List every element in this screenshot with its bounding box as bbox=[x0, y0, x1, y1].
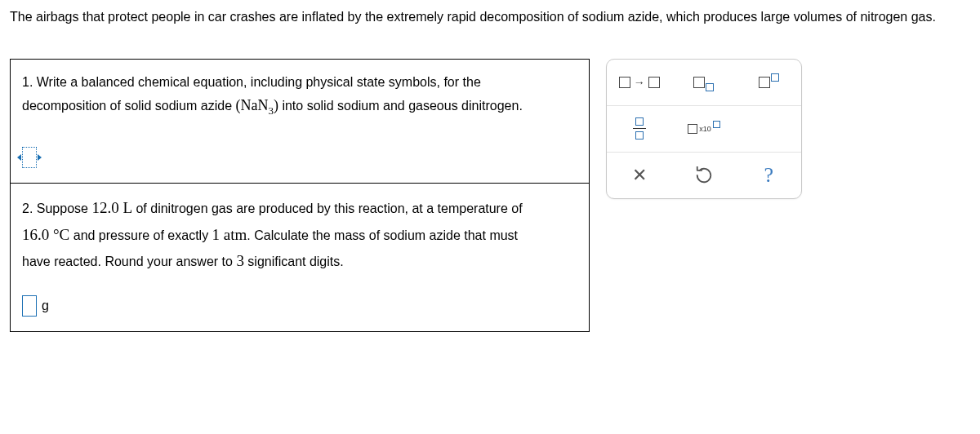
question-1: 1. Write a balanced chemical equation, i… bbox=[11, 60, 589, 184]
tool-fraction[interactable] bbox=[607, 106, 671, 152]
q1-line2b: into solid sodium and gaseous dinitrogen… bbox=[278, 99, 523, 113]
q2-t6: significant digits. bbox=[244, 255, 344, 268]
q1-line2a: decomposition of solid sodium azide bbox=[22, 99, 235, 113]
tool-reaction-arrow[interactable]: → bbox=[607, 60, 671, 105]
intro-text: The airbags that protect people in car c… bbox=[10, 8, 970, 26]
mass-input-row[interactable]: g bbox=[22, 295, 577, 317]
q2-t1: 2. Suppose bbox=[22, 202, 91, 215]
question-2: 2. Suppose 12.0 L of dinitrogen gas are … bbox=[11, 183, 589, 331]
tool-row-2: x10 bbox=[607, 105, 801, 152]
q2-t3: and pressure of exactly bbox=[69, 228, 212, 242]
q2-t2: of dinitrogen gas are produced by this r… bbox=[132, 202, 523, 215]
x10-label: x10 bbox=[699, 125, 711, 133]
x-icon: ✕ bbox=[632, 165, 647, 186]
tool-panel: → bbox=[606, 59, 802, 199]
clear-button[interactable]: ✕ bbox=[607, 153, 671, 198]
undo-button[interactable] bbox=[671, 153, 736, 198]
content-row: 1. Write a balanced chemical equation, i… bbox=[10, 59, 970, 333]
q2-sig: 3 bbox=[236, 252, 244, 269]
formula-base: NaN bbox=[240, 97, 268, 113]
help-button[interactable]: ? bbox=[737, 153, 801, 198]
q2-t4: . Calculate the mass of sodium azide tha… bbox=[247, 228, 518, 242]
undo-icon bbox=[695, 166, 713, 184]
tool-row-3: ✕ ? bbox=[607, 152, 801, 198]
nan3-formula: (NaN3) bbox=[235, 97, 278, 113]
q2-vol: 12.0 L bbox=[91, 199, 132, 216]
tool-empty bbox=[737, 106, 801, 152]
q2-temp: 16.0 °C bbox=[22, 226, 69, 243]
equation-input[interactable] bbox=[22, 147, 37, 168]
q1-prompt: 1. Write a balanced chemical equation, i… bbox=[22, 71, 577, 120]
question-box: 1. Write a balanced chemical equation, i… bbox=[10, 59, 590, 333]
help-icon: ? bbox=[764, 163, 774, 188]
tool-scientific-notation[interactable]: x10 bbox=[671, 106, 736, 152]
tool-row-1: → bbox=[607, 60, 801, 105]
q2-t5: have reacted. Round your answer to bbox=[22, 255, 236, 268]
q2-prompt: 2. Suppose 12.0 L of dinitrogen gas are … bbox=[22, 195, 577, 274]
q2-press: 1 atm bbox=[212, 226, 247, 243]
mass-input[interactable] bbox=[22, 295, 37, 317]
mass-unit: g bbox=[42, 299, 49, 313]
tool-subscript[interactable] bbox=[671, 60, 736, 105]
q1-line1: 1. Write a balanced chemical equation, i… bbox=[22, 75, 481, 89]
tool-superscript[interactable] bbox=[737, 60, 801, 105]
equation-input-row[interactable] bbox=[22, 147, 577, 168]
